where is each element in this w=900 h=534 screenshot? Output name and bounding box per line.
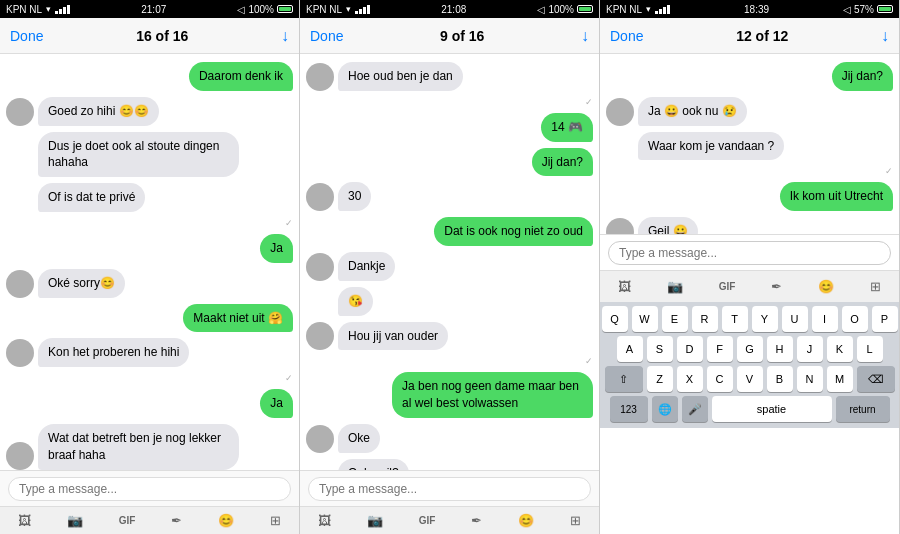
emoji-icon-3[interactable]: 😊	[818, 279, 834, 294]
nav-title-2: 9 of 16	[440, 28, 484, 44]
key-t[interactable]: T	[722, 306, 748, 332]
key-y[interactable]: Y	[752, 306, 778, 332]
toolbar-3: 🖼 📷 GIF ✒ 😊 ⊞	[600, 270, 899, 302]
image-icon-3[interactable]: 🖼	[618, 279, 631, 294]
bubble: 😘	[338, 287, 373, 316]
key-m[interactable]: M	[827, 366, 853, 392]
panel-1: KPN NL ▾ 21:07 ◁ 100% Done 16 of 16 ↓ Da…	[0, 0, 300, 534]
key-d[interactable]: D	[677, 336, 703, 362]
nav-title-3: 12 of 12	[736, 28, 788, 44]
done-button-1[interactable]: Done	[10, 28, 43, 44]
grid-icon-3[interactable]: ⊞	[870, 279, 881, 294]
panel-3: KPN NL ▾ 18:39 ◁ 57% Done 12 of 12 ↓ Jij…	[600, 0, 900, 534]
msg-row: Hoe oud ben je dan	[306, 62, 593, 91]
done-button-2[interactable]: Done	[310, 28, 343, 44]
grid-icon-2[interactable]: ⊞	[570, 513, 581, 528]
wifi-icon-3: ▾	[646, 4, 651, 14]
key-g[interactable]: G	[737, 336, 763, 362]
key-123[interactable]: 123	[610, 396, 648, 422]
key-backspace[interactable]: ⌫	[857, 366, 895, 392]
bubble: Goed zo hihi 😊😊	[38, 97, 159, 126]
key-a[interactable]: A	[617, 336, 643, 362]
msg-row: Oké sorry😊	[6, 269, 293, 298]
pen-icon-2[interactable]: ✒	[471, 513, 482, 528]
camera-icon-1[interactable]: 📷	[67, 513, 83, 528]
download-icon-3[interactable]: ↓	[881, 27, 889, 45]
msg-row: Ja	[6, 389, 293, 418]
key-p[interactable]: P	[872, 306, 898, 332]
status-left-1: KPN NL ▾	[6, 4, 70, 15]
key-r[interactable]: R	[692, 306, 718, 332]
key-v[interactable]: V	[737, 366, 763, 392]
key-z[interactable]: Z	[647, 366, 673, 392]
key-globe[interactable]: 🌐	[652, 396, 678, 422]
carrier-2: KPN NL	[306, 4, 342, 15]
emoji-icon-1[interactable]: 😊	[218, 513, 234, 528]
key-x[interactable]: X	[677, 366, 703, 392]
avatar	[6, 442, 34, 470]
key-j[interactable]: J	[797, 336, 823, 362]
camera-icon-2[interactable]: 📷	[367, 513, 383, 528]
bubble: Waar kom je vandaan ?	[638, 132, 784, 161]
msg-row: Dus je doet ook al stoute dingen hahaha	[6, 132, 293, 178]
msg-row: 30	[306, 182, 593, 211]
key-shift[interactable]: ⇧	[605, 366, 643, 392]
grid-icon-1[interactable]: ⊞	[270, 513, 281, 528]
key-return[interactable]: return	[836, 396, 890, 422]
key-q[interactable]: Q	[602, 306, 628, 332]
bubble: Geil 😀	[638, 217, 698, 234]
msg-row: Of is dat te privé	[6, 183, 293, 212]
bubble: Ja	[260, 389, 293, 418]
key-n[interactable]: N	[797, 366, 823, 392]
message-input-1[interactable]	[8, 477, 291, 501]
emoji-icon-2[interactable]: 😊	[518, 513, 534, 528]
key-k[interactable]: K	[827, 336, 853, 362]
key-s[interactable]: S	[647, 336, 673, 362]
avatar	[6, 339, 34, 367]
bubble: Hoe oud ben je dan	[338, 62, 463, 91]
image-icon-1[interactable]: 🖼	[18, 513, 31, 528]
camera-icon-3[interactable]: 📷	[667, 279, 683, 294]
key-space[interactable]: spatie	[712, 396, 832, 422]
battery-icon-3	[877, 5, 893, 13]
msg-row: Hou jij van ouder	[306, 322, 593, 351]
status-left-2: KPN NL ▾	[306, 4, 370, 15]
message-input-3[interactable]	[608, 241, 891, 265]
avatar	[306, 63, 334, 91]
download-icon-2[interactable]: ↓	[581, 27, 589, 45]
pen-icon-1[interactable]: ✒	[171, 513, 182, 528]
gif-icon-1[interactable]: GIF	[119, 515, 136, 526]
key-e[interactable]: E	[662, 306, 688, 332]
toolbar-1: 🖼 📷 GIF ✒ 😊 ⊞	[0, 506, 299, 534]
key-b[interactable]: B	[767, 366, 793, 392]
key-l[interactable]: L	[857, 336, 883, 362]
nav-title-1: 16 of 16	[136, 28, 188, 44]
receipt-icon: ✓	[585, 97, 593, 107]
msg-row: Oke	[306, 424, 593, 453]
gif-icon-3[interactable]: GIF	[719, 281, 736, 292]
avatar	[606, 98, 634, 126]
bubble: Wat dat betreft ben je nog lekker braaf …	[38, 424, 239, 470]
key-mic[interactable]: 🎤	[682, 396, 708, 422]
read-receipt: ✓	[6, 218, 293, 228]
avatar	[306, 322, 334, 350]
pen-icon-3[interactable]: ✒	[771, 279, 782, 294]
image-icon-2[interactable]: 🖼	[318, 513, 331, 528]
done-button-3[interactable]: Done	[610, 28, 643, 44]
key-o[interactable]: O	[842, 306, 868, 332]
status-right-1: ◁ 100%	[237, 4, 293, 15]
key-u[interactable]: U	[782, 306, 808, 332]
bubble: 14 🎮	[541, 113, 593, 142]
key-c[interactable]: C	[707, 366, 733, 392]
message-input-2[interactable]	[308, 477, 591, 501]
signal-icon-1: ◁	[237, 4, 245, 15]
status-right-3: ◁ 57%	[843, 4, 893, 15]
key-h[interactable]: H	[767, 336, 793, 362]
download-icon-1[interactable]: ↓	[281, 27, 289, 45]
gif-icon-2[interactable]: GIF	[419, 515, 436, 526]
key-i[interactable]: I	[812, 306, 838, 332]
status-right-2: ◁ 100%	[537, 4, 593, 15]
key-f[interactable]: F	[707, 336, 733, 362]
msg-row: Ja 😀 ook nu 😢	[606, 97, 893, 126]
key-w[interactable]: W	[632, 306, 658, 332]
